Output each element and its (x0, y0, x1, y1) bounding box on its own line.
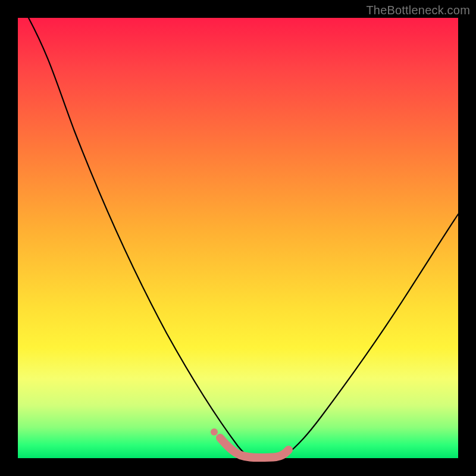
highlight-segment (220, 438, 289, 458)
watermark-text: TheBottleneck.com (366, 4, 470, 17)
right-curve (282, 214, 458, 457)
plot-area (18, 18, 458, 458)
highlight-dot-left (211, 428, 218, 436)
left-curve (29, 18, 250, 457)
outer-frame: TheBottleneck.com (0, 0, 476, 476)
curve-layer (18, 18, 458, 458)
